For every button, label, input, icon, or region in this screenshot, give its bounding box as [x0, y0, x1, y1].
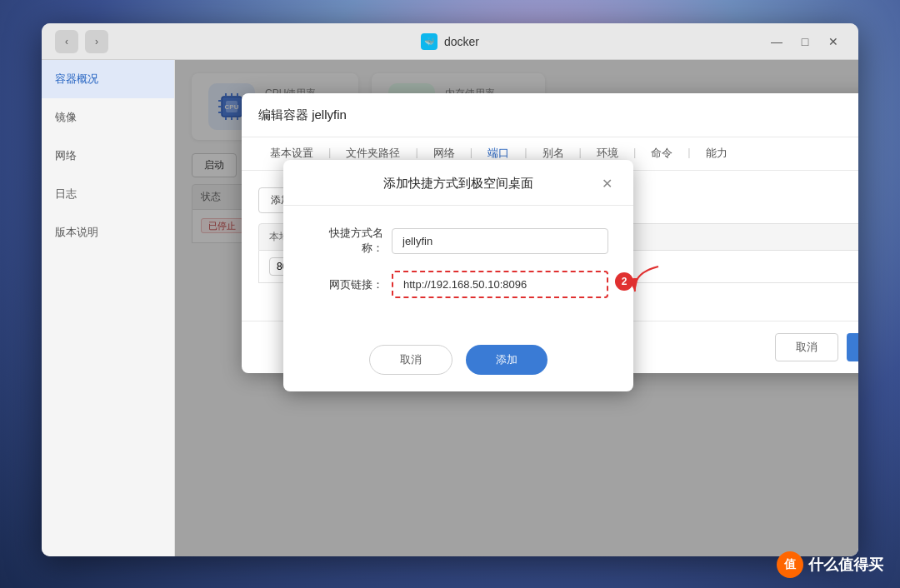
minimize-button[interactable]: —: [765, 30, 788, 53]
shortcut-close-button[interactable]: ✕: [597, 173, 617, 193]
shortcut-url-label: 网页链接：: [308, 277, 383, 292]
shortcut-dialog: 添加快捷方式到极空间桌面 ✕ 快捷方式名称： 网页链接： 2: [283, 160, 633, 391]
shortcut-title: 添加快捷方式到极空间桌面: [320, 176, 597, 192]
tab-cmd[interactable]: 命令: [639, 137, 684, 171]
shortcut-cancel-button[interactable]: 取消: [369, 345, 452, 375]
main-content: 容器概况 镜像 网络 日志 版本说明: [42, 60, 858, 556]
shortcut-name-input[interactable]: [392, 228, 608, 254]
sidebar-item-about[interactable]: 版本说明: [42, 213, 174, 252]
shortcut-url-input[interactable]: [392, 271, 608, 298]
shortcut-add-button[interactable]: 添加: [466, 345, 548, 375]
step2-badge: 2: [615, 272, 633, 291]
watermark: 值 什么值得买: [777, 551, 883, 578]
tab-cap[interactable]: 能力: [694, 137, 739, 171]
maximize-button[interactable]: □: [793, 30, 817, 53]
nav-back-button[interactable]: ‹: [55, 30, 78, 53]
title-bar-controls: ‹ ›: [55, 30, 108, 53]
edit-cancel-button[interactable]: 取消: [775, 333, 838, 361]
sidebar-item-overview[interactable]: 容器概况: [42, 60, 174, 98]
edit-dialog-header: 编辑容器 jellyfin ✕: [242, 93, 858, 137]
watermark-text: 什么值得买: [808, 555, 883, 575]
shortcut-footer: 取消 添加: [283, 333, 633, 391]
sidebar-item-logs[interactable]: 日志: [42, 175, 174, 213]
right-content: CPU CPU使用率 30 %: [175, 60, 858, 556]
edit-apply-button[interactable]: 应用: [847, 333, 858, 361]
title-bar-title: 🐳 docker: [421, 33, 479, 50]
sidebar-item-label: 日志: [55, 187, 77, 200]
watermark-icon: 值: [777, 551, 803, 578]
close-button[interactable]: ✕: [822, 30, 845, 53]
shortcut-name-label: 快捷方式名称：: [308, 226, 383, 256]
sidebar-item-label: 版本说明: [55, 226, 98, 238]
shortcut-url-row: 网页链接： 2: [308, 271, 608, 298]
sidebar-item-label: 镜像: [55, 111, 77, 123]
edit-dialog-title: 编辑容器 jellyfin: [258, 107, 347, 123]
shortcut-body: 快捷方式名称： 网页链接： 2: [283, 206, 633, 333]
shortcut-name-row: 快捷方式名称：: [308, 226, 608, 256]
docker-icon: 🐳: [421, 33, 438, 50]
nav-forward-button[interactable]: ›: [85, 30, 108, 53]
title-bar: ‹ › 🐳 docker — □ ✕: [42, 23, 858, 60]
main-window: ‹ › 🐳 docker — □ ✕ 容器概况 镜像 网络 日志: [42, 23, 858, 556]
shortcut-header: 添加快捷方式到极空间桌面 ✕: [283, 160, 633, 206]
sidebar-item-images[interactable]: 镜像: [42, 98, 174, 137]
sidebar-item-label: 网络: [55, 149, 77, 162]
title-bar-actions: — □ ✕: [765, 30, 845, 53]
window-title: docker: [444, 35, 479, 48]
sidebar-item-label: 容器概况: [55, 72, 98, 85]
sidebar-item-network[interactable]: 网络: [42, 137, 174, 175]
sidebar: 容器概况 镜像 网络 日志 版本说明: [42, 60, 175, 556]
